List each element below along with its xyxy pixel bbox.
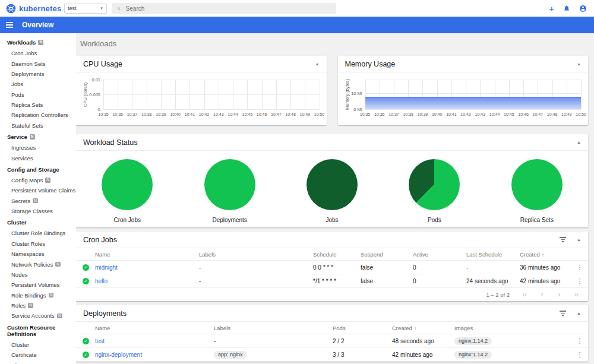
namespaced-badge: N xyxy=(28,303,33,308)
filter-icon[interactable] xyxy=(560,237,566,242)
notifications-bell-icon[interactable] xyxy=(563,5,570,12)
brand-title: kubernetes xyxy=(19,4,61,13)
sidebar-item-jobs[interactable]: Jobs xyxy=(0,79,76,89)
sidebar-item-cluster[interactable]: Cluster xyxy=(0,340,76,350)
sidebar-item-service-accounts[interactable]: Service AccountsN xyxy=(0,311,76,321)
sidebar-item-cron-jobs[interactable]: Cron Jobs xyxy=(0,48,76,58)
sidebar-item-secrets[interactable]: SecretsN xyxy=(0,196,76,206)
sidebar-section-workloads[interactable]: WorkloadsN xyxy=(0,36,76,48)
sidebar-item-config-maps[interactable]: Config MapsN xyxy=(0,175,76,185)
column-header-images[interactable]: Images xyxy=(454,325,571,331)
sidebar-item-services[interactable]: Services xyxy=(0,153,76,163)
kubernetes-brand[interactable]: kubernetes xyxy=(6,4,64,14)
search-input[interactable] xyxy=(126,5,331,12)
column-header-created[interactable]: Created↑ xyxy=(392,325,454,331)
sidebar-item-persistent-volumes[interactable]: Persistent Volumes xyxy=(0,280,76,290)
sidebar-section-service[interactable]: ServiceN xyxy=(0,131,76,143)
pie-chart xyxy=(102,159,153,210)
sidebar-item-pods[interactable]: Pods xyxy=(0,90,76,100)
x-axis-tick-label: 10:35 xyxy=(360,112,371,116)
sidebar-item-deployments[interactable]: Deployments xyxy=(0,69,76,79)
column-header-schedule[interactable]: Schedule xyxy=(313,251,361,258)
top-header: kubernetes test ▼ ⌕ + xyxy=(0,0,594,17)
memory-usage-card: Memory Usage ▲ 10:3510:3610:3710:3810:39… xyxy=(338,56,589,125)
sidebar-item-cluster-roles[interactable]: Cluster Roles xyxy=(0,239,76,249)
resource-name-link[interactable]: nginx-deployment xyxy=(95,352,142,358)
column-header-labels[interactable]: Labels xyxy=(214,325,333,331)
column-header-name[interactable]: Name xyxy=(95,325,214,331)
x-axis-tick-label: 10:48 xyxy=(285,112,296,116)
sidebar-section-config-and-storage[interactable]: Config and Storage xyxy=(0,163,76,175)
sidebar-item-ingresses[interactable]: Ingresses xyxy=(0,143,76,153)
column-header-active[interactable]: Active xyxy=(413,251,466,258)
row-actions-menu-icon[interactable]: ⋮ xyxy=(571,264,588,271)
pie-chart-label: Replica Sets xyxy=(520,217,554,223)
sidebar-item-nodes[interactable]: Nodes xyxy=(0,270,76,280)
sidebar-item-roles[interactable]: RolesN xyxy=(0,300,76,311)
column-header-name[interactable]: Name xyxy=(95,251,199,258)
x-axis-tick-label: 10:36 xyxy=(112,112,123,116)
column-header-labels[interactable]: Labels xyxy=(199,251,313,258)
sidebar-item-label: Service Accounts xyxy=(11,312,55,319)
collapse-button chevron-up-icon[interactable]: ▲ xyxy=(577,140,581,144)
sidebar-section-custom-resource-definitions[interactable]: Custom Resource Definitions xyxy=(0,321,76,340)
sidebar-section-cluster[interactable]: Cluster xyxy=(0,216,76,228)
x-axis-tick-label: 10:40 xyxy=(170,112,181,116)
search-bar[interactable]: ⌕ xyxy=(112,3,336,14)
pie-chart xyxy=(204,159,255,210)
cell-labels: app: nginx xyxy=(214,351,333,359)
first-page-icon[interactable] xyxy=(522,292,528,298)
sidebar-item-daemon-sets[interactable]: Daemon Sets xyxy=(0,58,76,68)
y-axis-tick-label: 0.01 xyxy=(91,77,100,83)
search-icon: ⌕ xyxy=(117,5,121,12)
workload-status-pie-jobs: Jobs xyxy=(281,159,383,223)
namespace-value: test xyxy=(68,5,77,11)
resource-name-link[interactable]: midnight xyxy=(95,264,118,271)
create-resource-button plus-icon[interactable]: + xyxy=(549,4,554,13)
chart-gridline xyxy=(103,109,320,110)
column-header-created[interactable]: Created↑ xyxy=(520,251,571,258)
hamburger-menu-icon[interactable] xyxy=(6,22,13,28)
x-axis-tick-label: 10:36 xyxy=(374,112,385,116)
namespaced-badge: N xyxy=(45,178,50,182)
last-page-icon[interactable] xyxy=(573,292,580,298)
x-axis-tick-label: 10:41 xyxy=(185,112,195,116)
sidebar-item-label: Network Policies xyxy=(11,261,53,268)
relative-time-value: 42 minutes ago xyxy=(392,352,432,358)
next-page-icon[interactable] xyxy=(556,292,563,298)
collapse-button chevron-up-icon[interactable]: ▲ xyxy=(577,311,581,315)
namespaced-badge: N xyxy=(30,134,35,139)
cron-jobs-card: Cron Jobs ▲ NameLabelsScheduleSuspendAct… xyxy=(76,232,588,301)
column-header-last-schedule[interactable]: Last Schedule xyxy=(466,251,520,258)
sidebar-item-replica-sets[interactable]: Replica Sets xyxy=(0,100,76,110)
sidebar-item-stateful-sets[interactable]: Stateful Sets xyxy=(0,121,76,131)
collapse-button chevron-up-icon[interactable]: ▲ xyxy=(577,62,581,66)
sidebar-item-network-policies[interactable]: Network PoliciesN xyxy=(0,259,76,269)
row-actions-menu-icon[interactable]: ⋮ xyxy=(571,277,588,285)
user-account-icon[interactable] xyxy=(579,5,587,12)
sidebar-item-namespaces[interactable]: Namespaces xyxy=(0,249,76,259)
collapse-button chevron-up-icon[interactable]: ▲ xyxy=(315,62,320,66)
memory-usage-area-series xyxy=(365,97,582,109)
sidebar-item-persistent-volume-claims[interactable]: Persistent Volume ClaimsN xyxy=(0,185,76,195)
cron-jobs-table: NameLabelsScheduleSuspendActiveLast Sche… xyxy=(76,248,588,288)
sidebar-section-label: Service xyxy=(7,134,27,140)
resource-name-link[interactable]: test xyxy=(95,338,105,344)
workload-status-pie-cron-jobs: Cron Jobs xyxy=(76,159,178,223)
resource-name-link[interactable]: hello xyxy=(95,278,108,284)
sidebar-item-cluster-issuer[interactable]: Cluster Issuer xyxy=(0,360,76,364)
sidebar-item-certificate[interactable]: Certificate xyxy=(0,350,76,360)
pie-chart-label: Pods xyxy=(428,217,441,223)
sidebar-item-storage-classes[interactable]: Storage Classes xyxy=(0,206,76,216)
previous-page-icon[interactable] xyxy=(539,292,545,298)
column-header-pods[interactable]: Pods xyxy=(333,325,392,331)
namespace-select[interactable]: test ▼ xyxy=(64,4,107,14)
row-actions-menu-icon[interactable]: ⋮ xyxy=(571,337,588,345)
filter-icon[interactable] xyxy=(560,311,566,315)
collapse-button chevron-up-icon[interactable]: ▲ xyxy=(577,238,581,242)
sidebar-item-role-bindings[interactable]: Role BindingsN xyxy=(0,290,76,300)
sidebar-item-cluster-role-bindings[interactable]: Cluster Role Bindings xyxy=(0,228,76,238)
column-header-suspend[interactable]: Suspend xyxy=(361,251,413,258)
sidebar-item-replication-controllers[interactable]: Replication Controllers xyxy=(0,110,76,120)
row-actions-menu-icon[interactable]: ⋮ xyxy=(571,351,588,359)
